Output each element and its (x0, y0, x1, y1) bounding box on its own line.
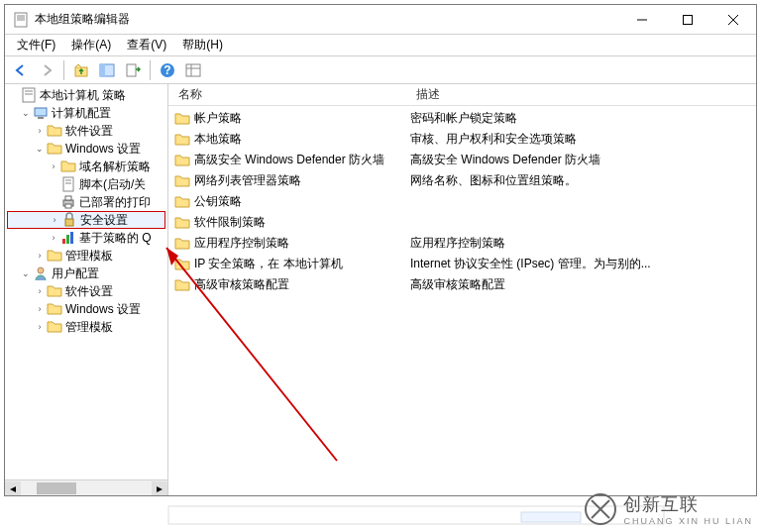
back-button[interactable] (9, 58, 33, 82)
properties-button[interactable] (181, 58, 205, 82)
tree-label: 已部署的打印 (79, 194, 151, 211)
list-row[interactable]: 软件限制策略 (168, 212, 756, 233)
svg-rect-22 (63, 177, 73, 191)
svg-rect-36 (521, 512, 581, 522)
folder-icon (47, 301, 62, 317)
tree-label: Windows 设置 (65, 141, 141, 158)
svg-text:?: ? (163, 63, 170, 77)
tree-scripts[interactable]: 脚本(启动/关 (5, 175, 167, 193)
tree-user-config[interactable]: ⌄ 用户配置 (5, 265, 167, 282)
twisty-open-icon[interactable]: ⌄ (33, 144, 47, 154)
show-hide-tree-button[interactable] (95, 58, 119, 82)
column-desc[interactable]: 描述 (406, 86, 756, 103)
list-body[interactable]: 帐户策略密码和帐户锁定策略本地策略审核、用户权利和安全选项策略高级安全 Wind… (168, 106, 756, 495)
list-row[interactable]: IP 安全策略，在 本地计算机Internet 协议安全性 (IPsec) 管理… (168, 254, 756, 274)
close-button[interactable] (710, 5, 756, 35)
twisty-open-icon[interactable]: ⌄ (19, 108, 33, 118)
tree-label: Windows 设置 (65, 301, 141, 318)
folder-icon (47, 283, 62, 299)
tree-security-settings[interactable]: › 安全设置 (7, 211, 165, 229)
list-header: 名称 描述 (168, 84, 756, 106)
list-row[interactable]: 应用程序控制策略应用程序控制策略 (168, 233, 756, 254)
maximize-button[interactable] (665, 5, 710, 35)
twisty-closed-icon[interactable]: › (47, 161, 60, 171)
svg-rect-17 (23, 88, 35, 102)
svg-rect-30 (66, 235, 69, 244)
watermark-subtext: CHUANG XIN HU LIAN (623, 516, 753, 526)
titlebar: 本地组策略编辑器 (5, 5, 756, 35)
printer-icon (60, 194, 76, 210)
forward-button[interactable] (35, 58, 58, 82)
tree-label: 软件设置 (65, 283, 113, 300)
svg-rect-28 (65, 219, 73, 226)
twisty-closed-icon[interactable]: › (33, 304, 47, 314)
folder-icon (174, 257, 190, 272)
svg-rect-26 (65, 196, 71, 200)
menu-file[interactable]: 文件(F) (9, 35, 63, 55)
tree-computer-config[interactable]: ⌄ 计算机配置 (5, 104, 167, 122)
list-item-name: 网络列表管理器策略 (194, 172, 301, 189)
list-item-desc: 密码和帐户锁定策略 (406, 110, 756, 127)
twisty-open-icon[interactable]: ⌄ (19, 268, 33, 278)
tree-windows-settings2[interactable]: › Windows 设置 (5, 300, 167, 318)
list-item-desc: 网络名称、图标和位置组策略。 (406, 172, 756, 189)
menu-view[interactable]: 查看(V) (119, 35, 174, 55)
menu-action[interactable]: 操作(A) (63, 35, 119, 55)
tree-admin-templates[interactable]: › 管理模板 (5, 247, 167, 265)
list-row[interactable]: 帐户策略密码和帐户锁定策略 (168, 108, 756, 129)
twisty-closed-icon[interactable]: › (33, 286, 47, 296)
tree[interactable]: 本地计算机 策略 ⌄ 计算机配置 › 软件设置 ⌄ Windows 设置 (5, 84, 167, 479)
scroll-thumb[interactable] (37, 482, 76, 494)
list-row[interactable]: 网络列表管理器策略网络名称、图标和位置组策略。 (168, 170, 756, 191)
svg-rect-29 (62, 239, 65, 244)
folder-icon (47, 319, 62, 335)
list-row[interactable]: 本地策略审核、用户权利和安全选项策略 (168, 129, 756, 150)
scroll-right-icon[interactable]: ▸ (152, 481, 167, 495)
list-row[interactable]: 公钥策略 (168, 191, 756, 212)
tree-dns-policy[interactable]: › 域名解析策略 (5, 158, 167, 175)
list-item-name: 本地策略 (194, 131, 242, 148)
tree-policy-based[interactable]: › 基于策略的 Q (5, 229, 167, 247)
scroll-left-icon[interactable]: ◂ (5, 481, 21, 495)
tree-label: 管理模板 (65, 248, 113, 265)
menu-help[interactable]: 帮助(H) (174, 35, 231, 55)
twisty-closed-icon[interactable]: › (33, 251, 47, 261)
twisty-closed-icon[interactable]: › (47, 233, 60, 243)
list-item-desc: Internet 协议安全性 (IPsec) 管理。为与别的... (406, 256, 756, 272)
tree-deployed-printers[interactable]: 已部署的打印 (5, 193, 167, 211)
tree-hscrollbar[interactable]: ◂ ▸ (5, 479, 167, 495)
svg-rect-5 (684, 15, 693, 24)
list-row[interactable]: 高级安全 Windows Defender 防火墙高级安全 Windows De… (168, 150, 756, 170)
list-row[interactable]: 高级审核策略配置高级审核策略配置 (168, 274, 756, 295)
svg-rect-10 (100, 64, 105, 76)
list-item-name: IP 安全策略，在 本地计算机 (194, 256, 343, 272)
folder-icon (174, 132, 190, 148)
svg-rect-11 (127, 64, 136, 76)
column-name[interactable]: 名称 (168, 86, 406, 103)
list-item-name: 高级审核策略配置 (194, 276, 289, 293)
twisty-closed-icon[interactable]: › (33, 322, 47, 332)
svg-rect-21 (38, 117, 44, 119)
tree-admin-templates2[interactable]: › 管理模板 (5, 318, 167, 336)
folder-icon (174, 173, 190, 189)
user-icon (33, 266, 49, 281)
window-title: 本地组策略编辑器 (35, 11, 619, 28)
tree-windows-settings[interactable]: ⌄ Windows 设置 (5, 140, 167, 158)
twisty-closed-icon[interactable]: › (33, 126, 47, 136)
tree-label: 域名解析策略 (79, 159, 151, 175)
folder-icon (47, 248, 62, 264)
minimize-button[interactable] (619, 5, 665, 35)
up-button[interactable] (69, 58, 93, 82)
script-icon (60, 176, 76, 192)
watermark-text: 创新互联 (623, 492, 753, 516)
folder-icon (174, 153, 190, 168)
tree-software-settings[interactable]: › 软件设置 (5, 122, 167, 140)
export-list-button[interactable] (121, 58, 145, 82)
twisty-closed-icon[interactable]: › (48, 215, 61, 225)
folder-icon (174, 111, 190, 127)
tree-root[interactable]: 本地计算机 策略 (5, 86, 167, 104)
help-button[interactable]: ? (156, 58, 179, 82)
folder-icon (47, 123, 62, 139)
list-item-desc: 高级安全 Windows Defender 防火墙 (406, 152, 756, 168)
tree-software-settings2[interactable]: › 软件设置 (5, 282, 167, 300)
